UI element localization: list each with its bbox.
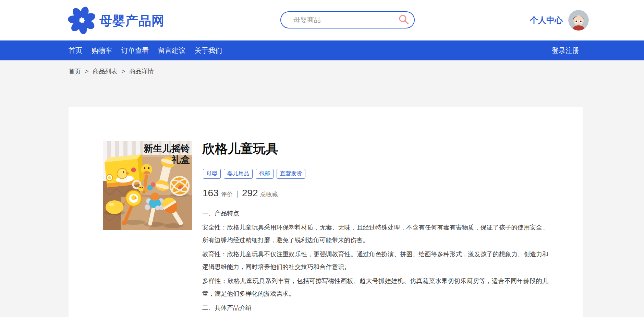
nav-item-cart[interactable]: 购物车 [92,46,112,55]
nav-item-orders[interactable]: 订单查看 [121,46,149,55]
site-header: 母婴产品网 个人中心 [0,0,644,40]
breadcrumb: 首页 > 商品列表 > 商品详情 [69,67,154,75]
product-title: 欣格儿童玩具 [202,141,278,157]
reviews-label: 评价 [221,190,233,198]
image-caption-line2: 礼盒 [171,154,190,165]
login-register-link[interactable]: 登录注册 [552,46,579,55]
reviews-count: 163 [203,188,219,199]
user-avatar[interactable] [568,10,589,31]
flower-logo-icon [68,6,96,36]
desc-paragraph-education: 教育性：欣格儿童玩具不仅注重娱乐性，更强调教育性。通过角色扮演、拼图、绘画等多种… [202,248,548,273]
search-button[interactable] [398,14,409,26]
tag-free-shipping: 包邮 [256,169,274,179]
breadcrumb-current: 商品详情 [129,68,154,75]
breadcrumb-separator: > [122,68,125,75]
product-image: 新生儿摇铃 礼盒 [103,141,192,230]
nav-item-home[interactable]: 首页 [69,46,82,55]
product-tags: 母婴 婴儿用品 包邮 直营发货 [203,169,305,179]
site-logo[interactable]: 母婴产品网 [68,6,165,36]
breadcrumb-separator: > [85,68,89,75]
desc-section-heading-2: 二、具体产品介绍 [202,302,548,314]
favorites-label: 总收藏 [260,190,278,198]
nav-item-about[interactable]: 关于我们 [195,46,222,55]
breadcrumb-home[interactable]: 首页 [69,68,81,75]
desc-paragraph-variety: 多样性：欣格儿童玩具系列丰富，包括可擦写磁性画板、超大号抓娃娃机、仿真蔬菜水果切… [202,275,548,300]
brand-name: 母婴产品网 [99,12,165,30]
desc-section-heading-1: 一、产品特点 [202,207,548,220]
tag-direct-sale: 直营发货 [277,169,305,179]
product-description: 一、产品特点 安全性：欣格儿童玩具采用环保塑料材质，无毒、无味，且经过特殊处理，… [202,207,548,317]
image-caption-line1: 新生儿摇铃 [143,143,190,154]
tag-baby-supplies: 婴儿用品 [224,169,253,179]
breadcrumb-product-list[interactable]: 商品列表 [93,68,118,75]
desc-paragraph-clipped: 磁性画板：这款可擦写磁性画板配有多种磁性笔，孩子可以自由绘画、写字，轻松擦除，反… [202,316,548,317]
user-area: 个人中心 [530,0,589,40]
nav-item-feedback[interactable]: 留言建议 [158,46,185,55]
search-icon [398,14,409,26]
tag-muying: 母婴 [203,169,221,179]
desc-paragraph-safety: 安全性：欣格儿童玩具采用环保塑料材质，无毒、无味，且经过特殊处理，不含有任何有毒… [202,221,548,247]
product-stats: 163 评价 | 292 总收藏 [203,188,278,199]
main-nav: 首页 购物车 订单查看 留言建议 关于我们 登录注册 [0,40,644,60]
product-detail-card: 新生儿摇铃 礼盒 欣格儿童玩具 母婴 婴儿用品 包邮 直营发货 163 评价 |… [69,107,583,317]
search-input[interactable] [293,16,398,24]
search-bar [280,11,415,28]
user-center-link[interactable]: 个人中心 [530,15,563,26]
stats-divider: | [236,190,238,198]
favorites-count: 292 [242,188,258,199]
